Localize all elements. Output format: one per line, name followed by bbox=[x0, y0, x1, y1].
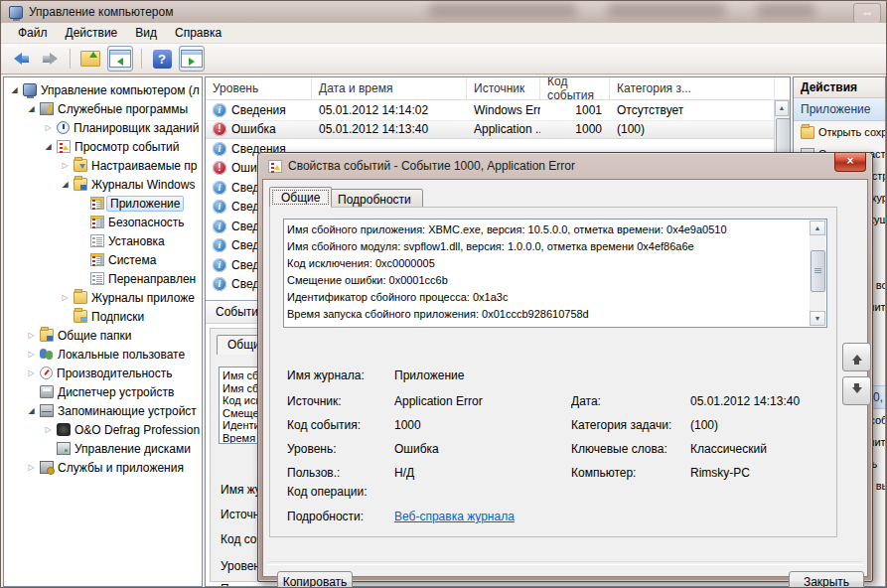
tree-expander-icon[interactable]: ▷ bbox=[25, 331, 38, 340]
tree-item[interactable]: ▷O&O Defrag Profession bbox=[4, 420, 202, 439]
tree-item[interactable]: ◢Служебные программы bbox=[4, 99, 202, 118]
tree-item[interactable]: Установка bbox=[4, 231, 202, 250]
field-label-right: Ключевые слова: bbox=[571, 442, 690, 456]
menu-item-1[interactable]: Действие bbox=[57, 24, 127, 42]
tree-expander-icon[interactable]: ▷ bbox=[59, 161, 72, 170]
scroll-up-button[interactable]: ▲ bbox=[775, 100, 789, 116]
tree-expander-icon[interactable]: ▷ bbox=[59, 293, 72, 302]
field-value-right: Классический bbox=[690, 442, 845, 456]
tree-item[interactable]: Безопасность bbox=[4, 213, 202, 231]
tree-expander-icon[interactable]: ▷ bbox=[42, 425, 55, 434]
field-row: Уровень:ОшибкаКлючевые слова:Классически… bbox=[287, 442, 845, 456]
menu-item-2[interactable]: Вид bbox=[126, 24, 166, 42]
action-item[interactable]: Открыть сохраненный журнал... bbox=[794, 121, 885, 143]
tree-item[interactable]: ▷Производительность bbox=[4, 364, 202, 382]
scroll-down-button[interactable]: ▼ bbox=[810, 311, 825, 326]
action-pane-toggle-button[interactable] bbox=[179, 46, 205, 72]
tree-item[interactable]: ▷Локальные пользовате bbox=[4, 345, 202, 364]
tab-general[interactable]: Общие bbox=[269, 187, 332, 208]
tree-expander-icon[interactable]: ▷ bbox=[25, 463, 38, 472]
window-title: Управление компьютером bbox=[29, 5, 173, 19]
tree-item[interactable]: ◢Запоминающие устройст bbox=[4, 401, 202, 420]
tree-expander-icon[interactable]: ◢ bbox=[25, 104, 38, 113]
log-warn-icon bbox=[90, 197, 104, 210]
previous-event-button[interactable] bbox=[842, 343, 871, 371]
column-header-1[interactable]: Дата и время bbox=[312, 77, 467, 99]
field-value-right bbox=[690, 510, 845, 523]
column-header-3[interactable]: Код события bbox=[540, 77, 610, 99]
action-item-label: Открыть сохраненный журнал... bbox=[818, 126, 885, 138]
next-event-button[interactable] bbox=[842, 376, 871, 405]
tree-item[interactable]: Приложение bbox=[4, 194, 202, 213]
forward-button[interactable] bbox=[38, 47, 62, 71]
tree-item[interactable]: Диспетчер устройств bbox=[4, 382, 202, 401]
menu-item-3[interactable]: Справка bbox=[166, 24, 230, 42]
field-label: Источник: bbox=[287, 394, 394, 408]
tree-item[interactable]: Подписки bbox=[4, 307, 202, 326]
field-value: 1000 bbox=[394, 418, 571, 432]
field-value: Приложение bbox=[394, 368, 571, 382]
close-button[interactable]: Закрыть bbox=[789, 571, 864, 588]
tree-item-label: Система bbox=[108, 253, 156, 267]
tree-expander-icon[interactable]: ◢ bbox=[25, 406, 38, 415]
tree-expander-icon[interactable]: ◢ bbox=[42, 142, 55, 151]
tree-item-label: Установка bbox=[108, 234, 165, 248]
tree-item[interactable]: Перенаправлен bbox=[4, 269, 202, 288]
tree-item[interactable]: ▷Общие папки bbox=[4, 326, 202, 345]
folder-filter-icon bbox=[74, 159, 87, 172]
tree-item[interactable]: ◢Управление компьютером (л bbox=[4, 80, 202, 99]
back-button[interactable] bbox=[9, 47, 33, 71]
field-value-right bbox=[690, 485, 845, 499]
actions-section-application[interactable]: Приложение bbox=[794, 98, 885, 121]
event-icon bbox=[57, 140, 71, 153]
tree-item[interactable]: ▷Службы и приложения bbox=[4, 458, 202, 477]
description-scrollbar[interactable]: ▲ ▼ bbox=[810, 220, 825, 326]
tree-item[interactable]: ▷Планировщик заданий bbox=[4, 118, 202, 137]
export-list-button[interactable] bbox=[78, 47, 102, 71]
tab-page: Имя сбойного приложения: XBMC.exe, верси… bbox=[269, 207, 837, 537]
tree-expander-icon[interactable]: ▷ bbox=[42, 123, 55, 132]
tree-item-label: Просмотр событий bbox=[74, 140, 179, 154]
field-label: Пользов.: bbox=[287, 466, 394, 480]
dialog-titlebar[interactable]: Свойства событий - Событие 1000, Applica… bbox=[258, 153, 872, 179]
field-value: Ошибка bbox=[394, 442, 571, 456]
description-box[interactable]: Имя сбойного приложения: XBMC.exe, верси… bbox=[283, 219, 827, 328]
field-label-right bbox=[571, 510, 690, 523]
folder-icon bbox=[74, 291, 87, 304]
tree-expander-icon[interactable]: ◢ bbox=[59, 180, 72, 189]
tree-item[interactable]: Управление дисками bbox=[4, 439, 202, 458]
help-button[interactable]: ? bbox=[150, 47, 174, 71]
tree-expander-icon[interactable]: ▷ bbox=[25, 368, 38, 377]
copy-button[interactable]: Копировать bbox=[277, 571, 353, 588]
tree-item-label: Производительность bbox=[57, 367, 172, 380]
tab-details[interactable]: Подробности bbox=[326, 189, 423, 208]
menu-item-0[interactable]: Файл bbox=[9, 24, 57, 42]
web-help-link[interactable]: Веб-справка журнала bbox=[394, 510, 571, 523]
window-titlebar[interactable]: Управление компьютером ⇔ bbox=[1, 1, 886, 23]
tree-expander-icon[interactable]: ▷ bbox=[25, 350, 38, 359]
close-icon[interactable]: × bbox=[834, 153, 866, 172]
column-header-4[interactable]: Категория з... bbox=[610, 77, 775, 99]
tree-item[interactable]: ◢Просмотр событий bbox=[4, 137, 202, 156]
event-row[interactable]: !Ошибка05.01.2012 14:13:40Application ..… bbox=[206, 120, 790, 140]
down-arrow-icon bbox=[852, 387, 862, 398]
event-row[interactable]: iСведения05.01.2012 14:14:02Windows Err.… bbox=[206, 100, 790, 120]
toolbar: ? bbox=[1, 44, 886, 74]
column-header-2[interactable]: Источник bbox=[467, 77, 540, 99]
folder-shared-icon bbox=[40, 329, 54, 342]
tree-item[interactable]: ▷Настраиваемые пр bbox=[4, 156, 202, 175]
description-line: Имя сбойного модуля: svpflow1.dll, верси… bbox=[287, 238, 808, 255]
tree-item[interactable]: ▷Журналы приложе bbox=[4, 288, 202, 307]
scroll-up-button[interactable]: ▲ bbox=[810, 220, 825, 235]
tree-item[interactable]: ◢Журналы Windows bbox=[4, 175, 202, 194]
console-tree-toggle-button[interactable] bbox=[107, 46, 133, 72]
tree-item-label: Журналы приложе bbox=[91, 291, 195, 305]
scrollbar-thumb[interactable] bbox=[811, 250, 825, 292]
source-cell: Application ... bbox=[467, 122, 540, 136]
level-text: Сведения bbox=[231, 103, 286, 117]
tree-expander-icon[interactable]: ◢ bbox=[8, 85, 21, 94]
tree-item[interactable]: Система bbox=[4, 250, 202, 269]
code-cell: 1000 bbox=[540, 122, 610, 136]
column-header-0[interactable]: Уровень bbox=[206, 77, 312, 99]
console-tree-pane: ◢Управление компьютером (л◢Служебные про… bbox=[3, 76, 203, 587]
